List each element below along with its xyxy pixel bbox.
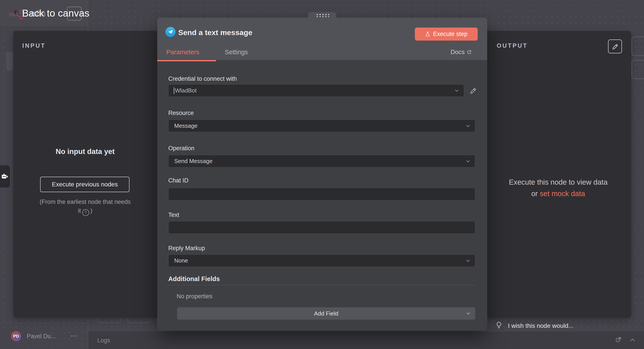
output-panel: OUTPUT Execute this node to view data or…: [485, 31, 631, 318]
chat-id-input[interactable]: [168, 188, 475, 200]
edit-output-button[interactable]: [608, 40, 622, 54]
back-to-canvas-label[interactable]: Back to canvas: [22, 8, 89, 19]
drag-dots-icon: [316, 13, 329, 17]
external-link-icon: [467, 50, 472, 54]
execute-previous-nodes-button[interactable]: Execute previous nodes: [40, 177, 130, 192]
tab-parameters[interactable]: Parameters: [166, 48, 200, 56]
input-panel-title: INPUT: [22, 42, 46, 49]
text-label: Text: [168, 212, 179, 218]
n8n-node-detail-view: n8n Back to canvas INPUT No input data y…: [0, 0, 644, 349]
header-bottom-divider: [0, 25, 88, 26]
add-field-label: Add Field: [314, 310, 338, 317]
lightbulb-icon: [496, 322, 501, 328]
chevron-down-icon: [465, 158, 471, 164]
user-menu-ellipsis-icon[interactable]: [70, 334, 78, 338]
execute-step-button[interactable]: Execute step: [415, 28, 478, 40]
operation-value: Send Message: [174, 158, 212, 164]
additional-fields-title: Additional Fields: [168, 275, 220, 282]
operation-select[interactable]: Send Message: [168, 155, 475, 168]
input-empty-state: No input data yet: [13, 147, 157, 156]
output-empty-line2: or set mock data: [485, 188, 631, 200]
modal-drag-handle[interactable]: [308, 12, 336, 18]
credential-select[interactable]: WladBot: [168, 84, 464, 97]
execute-step-label: Execute step: [433, 31, 467, 38]
credential-label: Credential to connect with: [168, 76, 237, 82]
reply-markup-select[interactable]: None: [168, 254, 475, 267]
canvas-node-sliver[interactable]: [6, 52, 13, 70]
robot-icon: [1, 173, 8, 180]
active-tab-underline: [157, 60, 216, 61]
resource-value: Message: [174, 122, 198, 129]
edit-credential-pencil-icon[interactable]: [469, 87, 477, 94]
back-arrow-icon[interactable]: [13, 9, 20, 16]
operation-label: Operation: [168, 145, 194, 152]
no-input-data-title: No input data yet: [13, 147, 157, 156]
additional-fields-divider: [168, 285, 475, 285]
docs-label: Docs: [450, 48, 465, 56]
logs-panel-title[interactable]: Logs: [97, 337, 110, 344]
open-logs-popout-icon[interactable]: [615, 336, 622, 343]
add-field-button[interactable]: Add Field: [177, 307, 475, 320]
or-text: or: [531, 190, 540, 198]
expand-logs-chevron-up-icon[interactable]: [630, 338, 636, 342]
canvas-node-edge-top[interactable]: [632, 36, 644, 56]
reply-markup-value: None: [174, 257, 188, 264]
no-properties-text: No properties: [177, 293, 212, 300]
chevron-down-icon: [465, 310, 471, 316]
flask-icon: [425, 32, 430, 37]
output-panel-title: OUTPUT: [497, 42, 528, 49]
input-hint: (From the earliest node that needs it?): [13, 198, 157, 216]
chevron-down-icon: [454, 88, 460, 94]
execute-previous-nodes-label: Execute previous nodes: [52, 181, 118, 188]
logs-bar[interactable]: [88, 331, 644, 349]
sidebar-user-divider: [0, 323, 88, 323]
tab-settings[interactable]: Settings: [225, 48, 248, 56]
docs-link[interactable]: Docs: [450, 48, 472, 56]
output-empty-state: Execute this node to view data or set mo…: [485, 176, 631, 200]
hint-line2: it: [78, 207, 81, 214]
reply-markup-label: Reply Markup: [168, 245, 205, 252]
text-field: [168, 221, 475, 234]
user-avatar[interactable]: PD: [11, 331, 21, 341]
set-mock-data-link[interactable]: set mock data: [540, 190, 585, 198]
chat-id-label: Chat ID: [168, 177, 188, 184]
credential-value: WladBot: [175, 87, 196, 94]
help-question-icon[interactable]: ?: [82, 209, 89, 216]
hint-close-paren: ): [90, 207, 92, 214]
node-settings-modal: Send a text message Execute step Paramet…: [157, 18, 487, 331]
output-empty-line1: Execute this node to view data: [485, 176, 631, 188]
pencil-icon: [612, 43, 619, 50]
text-caret: [174, 87, 174, 94]
text-input[interactable]: [168, 221, 475, 234]
input-panel: INPUT No input data yet Execute previous…: [13, 31, 161, 318]
canvas-node-edge-bottom[interactable]: [632, 60, 644, 79]
user-name[interactable]: Pavel Du...: [27, 333, 56, 340]
resource-select[interactable]: Message: [168, 120, 475, 132]
resource-label: Resource: [168, 110, 194, 116]
chevron-down-icon: [465, 258, 471, 264]
chat-trigger-node[interactable]: [0, 165, 10, 188]
telegram-icon: [166, 27, 176, 37]
chat-id-field: [168, 188, 475, 200]
chevron-down-icon: [465, 123, 471, 129]
node-feedback-link[interactable]: I wish this node would...: [508, 322, 574, 329]
node-title: Send a text message: [178, 28, 252, 37]
hint-line1: (From the earliest node that needs: [40, 198, 131, 205]
